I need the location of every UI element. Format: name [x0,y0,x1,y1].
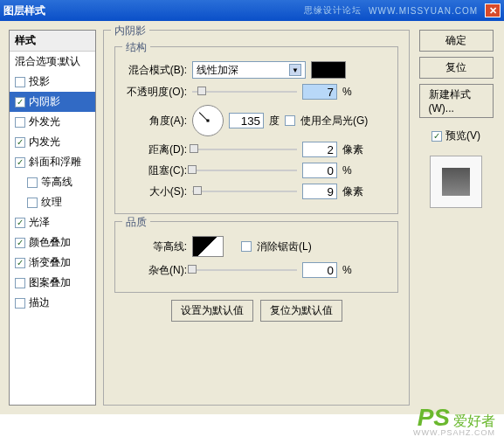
size-slider[interactable] [192,185,297,198]
style-checkbox-6[interactable] [27,177,38,188]
cancel-button[interactable]: 复位 [419,57,494,79]
style-checkbox-12[interactable] [15,298,25,309]
reset-default-button[interactable]: 复位为默认值 [260,300,342,322]
style-label-7: 纹理 [41,195,62,210]
style-label-9: 颜色叠加 [29,235,71,250]
new-style-button[interactable]: 新建样式(W)... [419,84,494,118]
size-unit: 像素 [342,184,363,199]
noise-slider[interactable] [192,264,297,276]
distance-input[interactable] [302,142,337,157]
style-checkbox-2[interactable] [15,97,25,108]
style-checkbox-7[interactable] [27,198,38,208]
distance-label: 距离(D): [126,142,187,157]
noise-label: 杂色(N): [126,263,187,278]
quality-title: 品质 [122,215,150,230]
style-label-6: 等高线 [41,175,72,190]
style-item-3[interactable]: 外发光 [10,112,95,132]
style-list-header: 样式 [10,31,95,52]
structure-title: 结构 [122,40,150,55]
distance-unit: 像素 [342,142,363,157]
choke-unit: % [342,164,352,177]
angle-label: 角度(A): [126,114,187,128]
choke-slider[interactable] [192,164,297,177]
preview-label: 预览(V) [445,128,480,143]
size-input[interactable] [302,184,337,199]
style-label-2: 内阴影 [29,94,60,109]
window-title: 图层样式 [3,3,45,18]
main-content: 样式 混合选项:默认投影内阴影外发光内发光斜面和浮雕等高线纹理光泽颜色叠加渐变叠… [0,21,504,414]
style-item-7[interactable]: 纹理 [10,192,95,212]
footer-url: WWW.PSAHZ.COM [413,428,495,437]
style-checkbox-4[interactable] [15,137,25,148]
style-checkbox-3[interactable] [15,117,25,128]
blend-mode-value: 线性加深 [197,63,238,78]
blend-mode-label: 混合模式(B): [126,63,187,78]
style-item-4[interactable]: 内发光 [10,132,95,152]
right-panel: 确定 复位 新建样式(W)... 预览(V) [417,30,495,406]
style-label-3: 外发光 [29,114,60,129]
style-item-6[interactable]: 等高线 [10,172,95,192]
global-light-checkbox[interactable] [285,115,295,126]
style-item-2[interactable]: 内阴影 [10,92,95,112]
style-checkbox-10[interactable] [15,258,25,268]
panel-title: 内阴影 [111,24,149,38]
opacity-input[interactable] [302,84,337,100]
preview-swatch [442,168,470,196]
contour-label: 等高线: [126,239,187,254]
blend-mode-dropdown[interactable]: 线性加深 ▼ [192,61,306,79]
quality-group: 品质 等高线: 消除锯齿(L) 杂色(N): % [114,221,398,293]
style-checkbox-8[interactable] [15,218,25,228]
style-label-1: 投影 [29,74,50,89]
angle-input[interactable] [229,113,264,128]
style-label-12: 描边 [29,295,50,310]
style-list: 样式 混合选项:默认投影内阴影外发光内发光斜面和浮雕等高线纹理光泽颜色叠加渐变叠… [9,30,96,406]
style-label-10: 渐变叠加 [29,255,71,270]
style-item-5[interactable]: 斜面和浮雕 [10,152,95,172]
size-label: 大小(S): [126,184,187,199]
antialias-checkbox[interactable] [241,241,252,252]
structure-group: 结构 混合模式(B): 线性加深 ▼ 不透明度(O): % [114,46,398,214]
style-checkbox-9[interactable] [15,238,25,248]
style-label-0: 混合选项:默认 [15,54,80,69]
style-item-0[interactable]: 混合选项:默认 [10,52,95,72]
opacity-slider[interactable] [192,86,297,98]
distance-slider[interactable] [192,143,297,156]
center-panel: 内阴影 结构 混合模式(B): 线性加深 ▼ 不透明度(O): [103,30,410,406]
style-item-10[interactable]: 渐变叠加 [10,253,95,273]
set-default-button[interactable]: 设置为默认值 [171,300,253,322]
style-checkbox-5[interactable] [15,157,25,168]
watermark-url: WWW.MISSYUAN.COM [369,6,478,16]
titlebar: 图层样式 思缘设计论坛 WWW.MISSYUAN.COM ✕ [0,0,504,21]
style-label-5: 斜面和浮雕 [29,155,81,170]
color-swatch[interactable] [311,61,346,79]
watermark-title: 思缘设计论坛 [304,4,362,17]
antialias-label: 消除锯齿(L) [257,239,312,254]
opacity-unit: % [342,86,352,98]
preview-checkbox[interactable] [432,131,442,142]
close-button[interactable]: ✕ [485,3,501,17]
style-checkbox-1[interactable] [15,77,25,87]
inner-shadow-group: 内阴影 结构 混合模式(B): 线性加深 ▼ 不透明度(O): [103,30,410,406]
ok-button[interactable]: 确定 [419,30,494,52]
style-item-8[interactable]: 光泽 [10,212,95,232]
style-label-4: 内发光 [29,135,60,149]
angle-dial[interactable] [192,105,224,136]
style-item-1[interactable]: 投影 [10,72,95,92]
style-item-11[interactable]: 图案叠加 [10,273,95,293]
opacity-label: 不透明度(O): [126,85,187,100]
global-light-label: 使用全局光(G) [300,114,368,128]
preview-box [430,156,482,208]
style-label-11: 图案叠加 [29,275,71,290]
style-item-9[interactable]: 颜色叠加 [10,232,95,253]
chevron-down-icon: ▼ [289,64,301,76]
choke-input[interactable] [302,163,337,178]
choke-label: 阻塞(C): [126,163,187,178]
style-label-8: 光泽 [29,215,50,230]
angle-unit: 度 [269,114,280,128]
style-checkbox-11[interactable] [15,278,25,288]
noise-unit: % [342,264,352,276]
contour-picker[interactable] [192,236,224,257]
style-item-12[interactable]: 描边 [10,293,95,313]
noise-input[interactable] [302,262,337,278]
